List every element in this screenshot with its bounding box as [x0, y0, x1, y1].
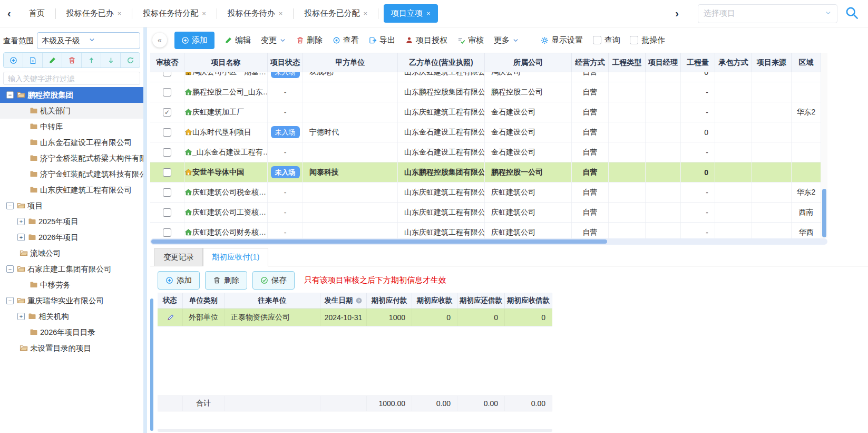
- expand-node-icon[interactable]: +: [17, 218, 25, 225]
- column-header-期初应付款[interactable]: 期初应付款: [367, 293, 412, 308]
- checkbox[interactable]: [163, 148, 171, 157]
- close-icon[interactable]: ×: [118, 9, 122, 17]
- checkbox[interactable]: [163, 228, 171, 237]
- 查看-button[interactable]: 查看: [333, 35, 359, 45]
- scope-select[interactable]: 本级及子级: [37, 32, 140, 49]
- 编辑-button[interactable]: 编辑: [225, 35, 251, 45]
- 删除-button[interactable]: 删除: [296, 35, 323, 45]
- tree-item-石家庄建工集团有限公司[interactable]: −石家庄建工集团有限公司: [0, 261, 143, 277]
- detail-tab-变更记录[interactable]: 变更记录: [154, 248, 203, 266]
- circle-plus-button[interactable]: [4, 53, 23, 68]
- checkbox[interactable]: [163, 188, 171, 197]
- tree-item-中移劳务[interactable]: 中移劳务: [0, 277, 143, 293]
- tree-item-济宁金虹装配式建筑科技有限公司[interactable]: 济宁金虹装配式建筑科技有限公司: [0, 166, 143, 182]
- column-header-工程量[interactable]: 工程量: [681, 53, 715, 72]
- tab-投标任务已分配[interactable]: 投标任务已分配×: [294, 0, 378, 27]
- tree-item-2026年项目目录[interactable]: 2026年项目目录: [0, 324, 143, 340]
- column-header-单位类别[interactable]: 单位类别: [183, 293, 225, 308]
- pencil-button[interactable]: [43, 53, 62, 68]
- tab-项目立项[interactable]: 项目立项×: [384, 4, 438, 23]
- column-header-甲方单位[interactable]: 甲方单位: [303, 53, 398, 72]
- 查询-checkbox[interactable]: 查询: [593, 35, 620, 45]
- column-header-状态[interactable]: 状态: [158, 293, 183, 308]
- column-header-往来单位[interactable]: 往来单位: [225, 293, 320, 308]
- table-row[interactable]: 鸿庆公司小区一期基…未入场双成地产山东庆虹建筑工程有限公司鸿庆公司自营0: [150, 72, 821, 82]
- tabs-scroll-right-icon[interactable]: ›: [668, 7, 686, 20]
- 审核-button[interactable]: 审核: [457, 35, 484, 45]
- checkbox[interactable]: [163, 208, 171, 217]
- tree-item-流域公司[interactable]: 流域公司: [0, 245, 143, 261]
- checkbox[interactable]: [163, 88, 171, 97]
- tree-item-中转库[interactable]: 中转库: [0, 119, 143, 134]
- column-header-期初应收借款[interactable]: 期初应收借款: [505, 293, 552, 308]
- 导出-button[interactable]: 导出: [369, 35, 395, 45]
- column-header-期初应收款[interactable]: 期初应收款: [412, 293, 457, 308]
- 变更-button[interactable]: 变更: [261, 35, 286, 45]
- grid-vertical-scrollbar[interactable]: [821, 53, 827, 238]
- collapse-node-icon[interactable]: −: [6, 202, 14, 209]
- tree-item-相关机构[interactable]: +相关机构: [0, 309, 143, 324]
- tab-投标任务待分配[interactable]: 投标任务待分配×: [132, 0, 217, 27]
- close-icon[interactable]: ×: [426, 9, 431, 17]
- checkbox[interactable]: [630, 36, 638, 44]
- grid-horizontal-scrollbar[interactable]: [150, 238, 827, 245]
- column-header-期初应还借款[interactable]: 期初应还借款: [457, 293, 505, 308]
- collapse-sidebar-button[interactable]: «: [152, 33, 167, 47]
- tree-item-项目[interactable]: −项目: [0, 198, 143, 214]
- column-header-项目状态[interactable]: 项目状态: [268, 53, 303, 72]
- table-row[interactable]: ✓庆虹建筑加工厂-山东庆虹建筑工程有限公司金石建设公司自营-华东2: [150, 102, 821, 122]
- table-row[interactable]: 山东时代垦利项目未入场宁德时代山东金石建设工程有限公司金石建设公司自营0: [150, 122, 821, 142]
- opening-grid-horizontal-scrollbar[interactable]: [158, 429, 552, 432]
- collapse-node-icon[interactable]: −: [6, 297, 14, 304]
- sidebar-splitter[interactable]: [143, 27, 147, 433]
- checkbox[interactable]: [163, 128, 171, 137]
- collapse-node-icon[interactable]: −: [6, 91, 14, 99]
- 添加-button[interactable]: 添加: [158, 271, 200, 290]
- tab-投标任务已办[interactable]: 投标任务已办×: [56, 0, 132, 27]
- file-plus-button[interactable]: [23, 53, 43, 68]
- arrow-up-button[interactable]: [82, 53, 101, 68]
- close-icon[interactable]: ×: [279, 9, 283, 17]
- tree-item-未设置目录的项目[interactable]: 未设置目录的项目: [0, 340, 143, 356]
- checkbox-checked[interactable]: ✓: [163, 108, 171, 117]
- column-header-项目来源[interactable]: 项目来源: [752, 53, 792, 72]
- table-row[interactable]: 安世半导体中国未入场闻泰科技山东鹏程控股集团有限公司鹏程控股一公司自营0: [150, 162, 821, 182]
- tab-投标任务待办[interactable]: 投标任务待办×: [217, 0, 294, 27]
- pen-edit-icon[interactable]: [166, 313, 174, 322]
- detail-panel-scrollbar[interactable]: [150, 299, 153, 431]
- column-header-项目名称[interactable]: 项目名称: [184, 53, 268, 72]
- close-icon[interactable]: ×: [363, 9, 367, 17]
- checkbox[interactable]: [163, 168, 171, 177]
- column-header-经营方式[interactable]: 经营方式: [572, 53, 609, 72]
- 添加-button[interactable]: 添加: [174, 32, 214, 49]
- project-select[interactable]: 选择项目: [698, 4, 837, 23]
- column-header-工程类型[interactable]: 工程类型: [609, 53, 646, 72]
- tree-item-山东金石建设工程有限公司[interactable]: 山东金石建设工程有限公司: [0, 134, 143, 150]
- 显示设置-button[interactable]: 显示设置: [541, 35, 583, 45]
- tabs-scroll-left-icon[interactable]: ‹: [0, 7, 18, 20]
- trash-button[interactable]: [62, 53, 82, 68]
- refresh-button[interactable]: [121, 53, 140, 68]
- tree-item-2025年项目[interactable]: +2025年项目: [0, 214, 143, 229]
- 项目授权-button[interactable]: 项目授权: [405, 35, 447, 45]
- column-header-发生日期[interactable]: 发生日期?: [320, 293, 367, 308]
- 保存-button[interactable]: 保存: [252, 271, 295, 290]
- checkbox[interactable]: [593, 36, 601, 44]
- tree-item-鹏程控股集团[interactable]: −鹏程控股集团: [0, 87, 143, 103]
- table-row[interactable]: 庆虹建筑公司工资核…-山东庆虹建筑工程有限公司庆虹建筑公司自营-西南: [150, 203, 821, 223]
- column-header-项目经理[interactable]: 项目经理: [646, 53, 681, 72]
- tab-首页[interactable]: 首页: [18, 0, 55, 27]
- 删除-button[interactable]: 删除: [205, 271, 247, 290]
- tree-filter-input[interactable]: [3, 72, 140, 85]
- tree-item-2026年项目[interactable]: +2026年项目: [0, 229, 143, 245]
- table-row[interactable]: 庆虹建筑公司财务核…-山东庆虹建筑工程有限公司庆虹建筑公司自营-华西: [150, 223, 821, 238]
- search-icon[interactable]: [845, 6, 859, 22]
- 批操作-checkbox[interactable]: 批操作: [630, 35, 665, 45]
- checkbox[interactable]: [163, 72, 171, 76]
- tree-item-济宁金桥装配式桥梁大构件有限公司[interactable]: 济宁金桥装配式桥梁大构件有限公司: [0, 150, 143, 166]
- column-header-所属公司[interactable]: 所属公司: [485, 53, 572, 72]
- table-row[interactable]: 鹏程控股二公司_山东…-山东鹏程控股集团有限公司鹏程控股二公司自营-: [150, 82, 821, 102]
- tree-item-重庆瑞华实业有限公司[interactable]: −重庆瑞华实业有限公司: [0, 293, 143, 309]
- expand-node-icon[interactable]: +: [17, 234, 25, 241]
- tree-item-机关部门[interactable]: 机关部门: [0, 103, 143, 119]
